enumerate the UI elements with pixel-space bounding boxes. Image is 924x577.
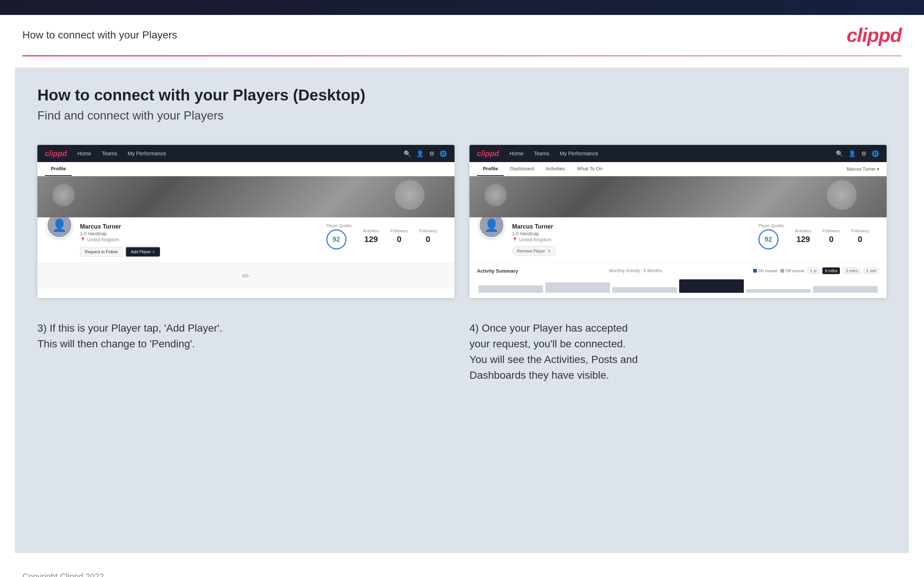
left-nav-myperformance[interactable]: My Performance [128,150,166,156]
request-follow-button[interactable]: Request to Follow [80,247,123,256]
left-nav-right: 🔍 👤 ⚙ 🌐 [404,150,447,157]
chart-area [477,278,879,293]
left-hero-image [37,176,454,218]
off-course-dot [780,269,784,272]
right-search-icon[interactable]: 🔍 [836,150,843,157]
right-tab-bar: Profile Dashboard Activities What To On … [470,162,887,176]
left-navbar: clippd Home Teams My Performance 🔍 👤 ⚙ 🌐 [37,145,454,162]
left-stat-activities: Activities 129 [363,229,379,244]
activity-header: Activity Summary Monthly Activity · 6 Mo… [477,268,879,274]
chart-bar-5 [746,289,811,293]
main-subtitle: Find and connect with your Players [37,109,887,122]
right-following-value: 0 [851,235,869,244]
left-followers-label: Followers [390,229,408,233]
description-right: 4) Once your Player has acceptedyour req… [470,321,887,383]
screenshots-row: clippd Home Teams My Performance 🔍 👤 ⚙ 🌐… [37,145,887,298]
user-icon[interactable]: 👤 [417,150,424,157]
chart-bar-6 [813,286,878,293]
player-dropdown[interactable]: Marcus Turner ▾ [846,166,879,172]
left-app-logo: clippd [45,149,67,158]
activity-title: Activity Summary [477,268,518,274]
right-followers-value: 0 [822,235,840,244]
right-player-name: Marcus Turner [512,223,742,230]
tab-dashboard-right[interactable]: Dashboard [504,162,540,176]
left-nav-left: clippd Home Teams My Performance [45,149,166,158]
filter-1mth[interactable]: 1 mth [863,268,879,274]
header-divider [23,55,901,56]
descriptions-row: 3) If this is your Player tap, 'Add Play… [37,321,887,383]
right-quality-label: Player Quality [758,223,784,228]
right-hero-image [470,176,887,218]
left-nav-home[interactable]: Home [78,150,91,156]
add-player-button[interactable]: Add Player + [126,247,160,256]
filter-1yr[interactable]: 1 yr [808,268,819,274]
left-screenshot-bottom: ✏ [37,263,454,288]
globe-icon[interactable]: 🌐 [439,150,447,157]
remove-x-icon: ✕ [547,248,551,253]
tab-what-to-on-right[interactable]: What To On [571,162,608,176]
filter-3mths[interactable]: 3 mths [843,268,861,274]
remove-player-button[interactable]: Remove Player ✕ [512,246,556,256]
description-left: 3) If this is your Player tap, 'Add Play… [37,321,454,383]
settings-icon[interactable]: ⚙ [429,150,435,157]
left-stat-followers: Followers 0 [390,229,408,244]
left-tab-bar: Profile [37,162,454,176]
right-nav-myperformance[interactable]: My Performance [560,150,598,156]
left-stat-quality: Player Quality 92 [326,223,352,250]
left-player-handicap: 1-5 Handicap [80,231,310,236]
left-player-buttons: Request to Follow Add Player + [80,247,310,256]
left-activities-label: Activities [363,229,379,233]
description-left-text: 3) If this is your Player tap, 'Add Play… [37,321,454,352]
copyright-text: Copyright Clippd 2022 [23,572,104,577]
right-nav-right: 🔍 👤 ⚙ 🌐 [836,150,879,157]
right-activities-value: 129 [795,235,811,244]
right-followers-label: Followers [822,229,840,233]
search-icon[interactable]: 🔍 [404,150,411,157]
top-bar [0,0,924,15]
right-activities-label: Activities [795,229,811,233]
chart-bar-2 [545,282,610,293]
tab-profile-right[interactable]: Profile [477,162,504,176]
plus-icon: + [152,250,155,254]
footer: Copyright Clippd 2022 [0,564,924,577]
avatar-icon-right: 👤 [484,218,499,232]
right-stat-followers: Followers 0 [822,229,840,244]
header: How to connect with your Players clippd [0,15,924,55]
right-stat-following: Following 0 [851,229,869,244]
screenshot-left: clippd Home Teams My Performance 🔍 👤 ⚙ 🌐… [37,145,454,298]
right-nav-home[interactable]: Home [509,150,523,156]
right-settings-icon[interactable]: ⚙ [861,150,866,157]
right-following-label: Following [851,229,869,233]
right-location-pin-icon: 📍 [512,237,518,242]
right-nav-left: clippd Home Teams My Performance [477,149,598,158]
left-player-details: Marcus Turner 1-5 Handicap 📍 United King… [80,223,310,256]
right-quality-circle: 92 [758,229,779,250]
chart-bar-3 [612,287,677,293]
filter-6mths[interactable]: 6 mths [822,268,840,274]
left-quality-label: Player Quality [326,223,352,228]
tab-activities-right[interactable]: Activities [540,162,571,176]
chart-bar-4 [679,279,744,293]
right-player-location: 📍 United Kingdom [512,237,742,242]
header-title: How to connect with your Players [23,29,177,41]
right-player-handicap: 1-5 Handicap [512,231,742,236]
left-following-value: 0 [419,235,436,244]
legend-on-course: On course [753,269,777,273]
right-stat-quality: Player Quality 92 [758,223,784,250]
right-profile-info: 👤 Marcus Turner 1-5 Handicap 📍 United Ki… [470,218,887,262]
left-nav-teams[interactable]: Teams [102,150,117,156]
legend-off-course: Off course [780,269,805,273]
right-tabs-left: Profile Dashboard Activities What To On [477,162,609,176]
tab-profile-left[interactable]: Profile [45,162,72,176]
pencil-icon: ✏ [242,271,250,281]
right-globe-icon[interactable]: 🌐 [872,150,879,157]
right-user-icon[interactable]: 👤 [848,150,856,157]
left-followers-value: 0 [390,235,408,244]
right-app-logo: clippd [477,149,499,158]
left-activities-value: 129 [363,235,379,244]
right-nav-teams[interactable]: Teams [534,150,549,156]
left-player-location: 📍 United Kingdom [80,237,310,242]
activity-period: Monthly Activity · 6 Months [609,268,662,273]
left-player-name: Marcus Turner [80,223,310,230]
description-right-text: 4) Once your Player has acceptedyour req… [470,321,887,383]
